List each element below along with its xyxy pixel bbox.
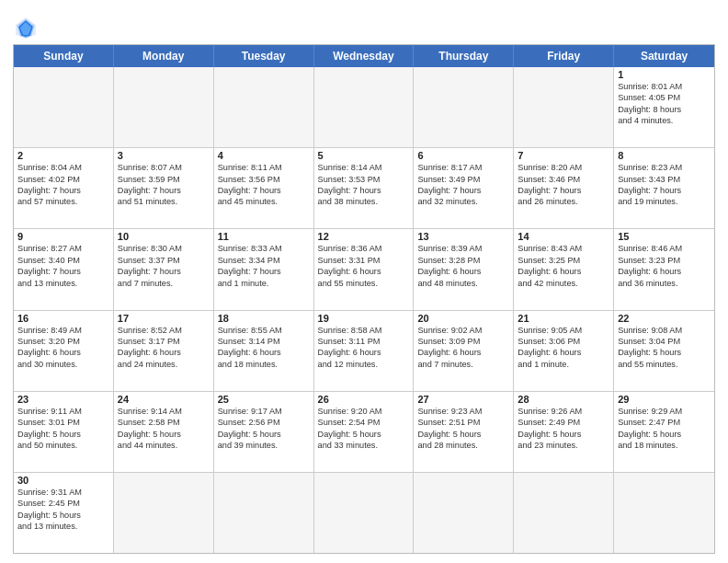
cell-info: Sunrise: 9:11 AM Sunset: 3:01 PM Dayligh… <box>17 406 109 452</box>
cal-cell-4: 4Sunrise: 8:11 AM Sunset: 3:56 PM Daylig… <box>214 148 314 228</box>
cal-cell-6: 6Sunrise: 8:17 AM Sunset: 3:49 PM Daylig… <box>414 148 514 228</box>
day-number: 13 <box>417 231 509 242</box>
cell-info: Sunrise: 8:07 AM Sunset: 3:59 PM Dayligh… <box>118 162 210 208</box>
weekday-header-friday: Friday <box>514 45 614 67</box>
cell-info: Sunrise: 9:02 AM Sunset: 3:09 PM Dayligh… <box>417 325 509 371</box>
cell-info: Sunrise: 8:01 AM Sunset: 4:05 PM Dayligh… <box>618 81 711 127</box>
day-number: 11 <box>218 231 310 242</box>
cal-cell-empty-5-1 <box>114 473 214 553</box>
cal-cell-empty-5-2 <box>214 473 314 553</box>
cell-info: Sunrise: 8:14 AM Sunset: 3:53 PM Dayligh… <box>318 162 410 208</box>
cell-info: Sunrise: 8:20 AM Sunset: 3:46 PM Dayligh… <box>518 162 609 208</box>
day-number: 21 <box>518 313 609 324</box>
cell-info: Sunrise: 8:46 AM Sunset: 3:23 PM Dayligh… <box>618 243 711 289</box>
weekday-header-wednesday: Wednesday <box>314 45 415 67</box>
cal-cell-9: 9Sunrise: 8:27 AM Sunset: 3:40 PM Daylig… <box>14 229 114 309</box>
cal-cell-27: 27Sunrise: 9:23 AM Sunset: 2:51 PM Dayli… <box>414 392 514 472</box>
day-number: 27 <box>417 394 509 405</box>
cal-cell-empty-5-5 <box>514 473 614 553</box>
cal-cell-empty-0-2 <box>214 67 314 147</box>
cell-info: Sunrise: 9:29 AM Sunset: 2:47 PM Dayligh… <box>618 406 711 452</box>
cal-cell-empty-5-4 <box>414 473 514 553</box>
cell-info: Sunrise: 9:08 AM Sunset: 3:04 PM Dayligh… <box>618 325 711 371</box>
day-number: 20 <box>417 313 509 324</box>
cal-cell-15: 15Sunrise: 8:46 AM Sunset: 3:23 PM Dayli… <box>614 229 714 309</box>
cal-cell-empty-0-4 <box>414 67 514 147</box>
cell-info: Sunrise: 8:36 AM Sunset: 3:31 PM Dayligh… <box>318 243 410 289</box>
cal-cell-5: 5Sunrise: 8:14 AM Sunset: 3:53 PM Daylig… <box>314 148 415 228</box>
cal-cell-18: 18Sunrise: 8:55 AM Sunset: 3:14 PM Dayli… <box>214 311 314 391</box>
day-number: 10 <box>118 231 210 242</box>
cal-cell-25: 25Sunrise: 9:17 AM Sunset: 2:56 PM Dayli… <box>214 392 314 472</box>
cell-info: Sunrise: 8:55 AM Sunset: 3:14 PM Dayligh… <box>218 325 310 371</box>
cell-info: Sunrise: 9:05 AM Sunset: 3:06 PM Dayligh… <box>518 325 609 371</box>
day-number: 4 <box>218 150 310 161</box>
cal-cell-21: 21Sunrise: 9:05 AM Sunset: 3:06 PM Dayli… <box>514 311 614 391</box>
cell-info: Sunrise: 8:52 AM Sunset: 3:17 PM Dayligh… <box>118 325 210 371</box>
day-number: 12 <box>318 231 410 242</box>
weekday-header-saturday: Saturday <box>614 45 714 67</box>
day-number: 1 <box>618 69 711 80</box>
cal-cell-22: 22Sunrise: 9:08 AM Sunset: 3:04 PM Dayli… <box>614 311 714 391</box>
cell-info: Sunrise: 8:33 AM Sunset: 3:34 PM Dayligh… <box>218 243 310 289</box>
cell-info: Sunrise: 8:27 AM Sunset: 3:40 PM Dayligh… <box>17 243 109 289</box>
calendar-row-1: 2Sunrise: 8:04 AM Sunset: 4:02 PM Daylig… <box>14 147 714 228</box>
cell-info: Sunrise: 9:23 AM Sunset: 2:51 PM Dayligh… <box>417 406 509 452</box>
cal-cell-empty-5-6 <box>614 473 714 553</box>
cal-cell-3: 3Sunrise: 8:07 AM Sunset: 3:59 PM Daylig… <box>114 148 214 228</box>
day-number: 23 <box>17 394 109 405</box>
cell-info: Sunrise: 9:26 AM Sunset: 2:49 PM Dayligh… <box>518 406 609 452</box>
cell-info: Sunrise: 8:49 AM Sunset: 3:20 PM Dayligh… <box>17 325 109 371</box>
cal-cell-empty-0-1 <box>114 67 214 147</box>
day-number: 14 <box>518 231 609 242</box>
cal-cell-17: 17Sunrise: 8:52 AM Sunset: 3:17 PM Dayli… <box>114 311 214 391</box>
day-number: 28 <box>518 394 609 405</box>
cal-cell-20: 20Sunrise: 9:02 AM Sunset: 3:09 PM Dayli… <box>414 311 514 391</box>
cal-cell-1: 1Sunrise: 8:01 AM Sunset: 4:05 PM Daylig… <box>614 67 714 147</box>
cal-cell-11: 11Sunrise: 8:33 AM Sunset: 3:34 PM Dayli… <box>214 229 314 309</box>
calendar-row-4: 23Sunrise: 9:11 AM Sunset: 3:01 PM Dayli… <box>14 391 714 472</box>
weekday-header-thursday: Thursday <box>414 45 514 67</box>
day-number: 18 <box>218 313 310 324</box>
day-number: 25 <box>218 394 310 405</box>
cal-cell-23: 23Sunrise: 9:11 AM Sunset: 3:01 PM Dayli… <box>14 392 114 472</box>
cal-cell-empty-0-5 <box>514 67 614 147</box>
weekday-header-monday: Monday <box>114 45 214 67</box>
header <box>13 9 715 40</box>
calendar-header: SundayMondayTuesdayWednesdayThursdayFrid… <box>14 45 714 67</box>
weekday-header-sunday: Sunday <box>14 45 114 67</box>
day-number: 6 <box>417 150 509 161</box>
cell-info: Sunrise: 8:39 AM Sunset: 3:28 PM Dayligh… <box>417 243 509 289</box>
cell-info: Sunrise: 9:14 AM Sunset: 2:58 PM Dayligh… <box>118 406 210 452</box>
calendar-body: 1Sunrise: 8:01 AM Sunset: 4:05 PM Daylig… <box>14 67 714 553</box>
cell-info: Sunrise: 8:11 AM Sunset: 3:56 PM Dayligh… <box>218 162 310 208</box>
day-number: 5 <box>318 150 410 161</box>
cal-cell-7: 7Sunrise: 8:20 AM Sunset: 3:46 PM Daylig… <box>514 148 614 228</box>
cal-cell-19: 19Sunrise: 8:58 AM Sunset: 3:11 PM Dayli… <box>314 311 415 391</box>
cell-info: Sunrise: 9:17 AM Sunset: 2:56 PM Dayligh… <box>218 406 310 452</box>
cal-cell-29: 29Sunrise: 9:29 AM Sunset: 2:47 PM Dayli… <box>614 392 714 472</box>
day-number: 15 <box>618 231 711 242</box>
day-number: 16 <box>17 313 109 324</box>
cal-cell-empty-5-3 <box>314 473 415 553</box>
cal-cell-16: 16Sunrise: 8:49 AM Sunset: 3:20 PM Dayli… <box>14 311 114 391</box>
cal-cell-empty-0-0 <box>14 67 114 147</box>
day-number: 24 <box>118 394 210 405</box>
day-number: 17 <box>118 313 210 324</box>
day-number: 8 <box>618 150 711 161</box>
cell-info: Sunrise: 8:43 AM Sunset: 3:25 PM Dayligh… <box>518 243 609 289</box>
cell-info: Sunrise: 8:17 AM Sunset: 3:49 PM Dayligh… <box>417 162 509 208</box>
day-number: 26 <box>318 394 410 405</box>
calendar: SundayMondayTuesdayWednesdayThursdayFrid… <box>13 44 715 554</box>
calendar-row-0: 1Sunrise: 8:01 AM Sunset: 4:05 PM Daylig… <box>14 67 714 147</box>
calendar-row-3: 16Sunrise: 8:49 AM Sunset: 3:20 PM Dayli… <box>14 310 714 391</box>
day-number: 19 <box>318 313 410 324</box>
cell-info: Sunrise: 8:23 AM Sunset: 3:43 PM Dayligh… <box>618 162 711 208</box>
day-number: 22 <box>618 313 711 324</box>
page: SundayMondayTuesdayWednesdayThursdayFrid… <box>0 0 728 563</box>
cell-info: Sunrise: 9:20 AM Sunset: 2:54 PM Dayligh… <box>318 406 410 452</box>
weekday-header-tuesday: Tuesday <box>214 45 314 67</box>
day-number: 3 <box>118 150 210 161</box>
cell-info: Sunrise: 8:30 AM Sunset: 3:37 PM Dayligh… <box>118 243 210 289</box>
cal-cell-26: 26Sunrise: 9:20 AM Sunset: 2:54 PM Dayli… <box>314 392 415 472</box>
